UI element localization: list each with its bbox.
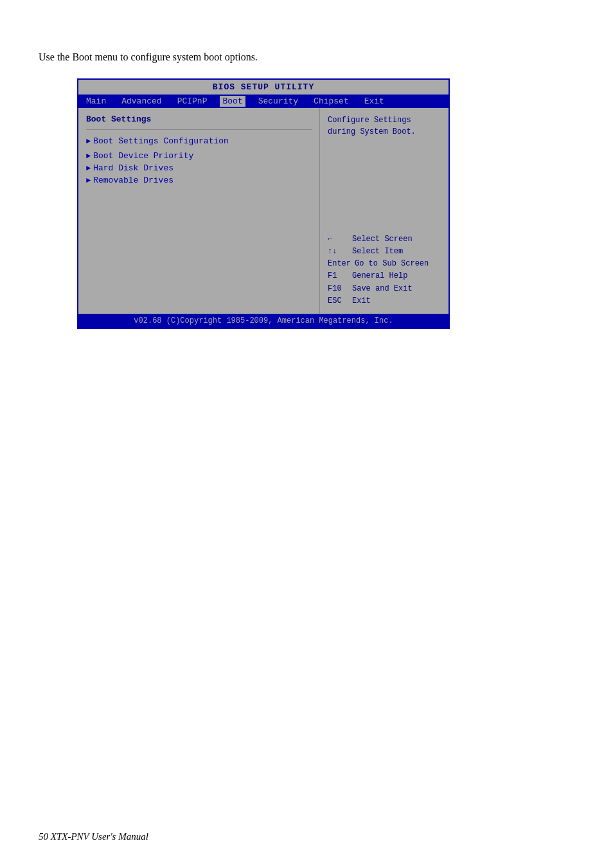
menu-item-boot[interactable]: Boot: [220, 96, 245, 107]
arrow-icon-3: ►: [86, 164, 91, 173]
key-row: F1General Help: [328, 270, 441, 282]
key-label: ↑↓: [328, 246, 348, 258]
key-description: Select Item: [352, 246, 403, 258]
boot-settings-title: Boot Settings: [86, 114, 312, 124]
bios-left-panel: Boot Settings ► Boot Settings Configurat…: [78, 108, 320, 314]
menu-item-chipset[interactable]: Chipset: [311, 96, 351, 107]
menu-item-advanced[interactable]: Advanced: [119, 96, 164, 107]
key-label: Enter: [328, 258, 351, 270]
key-description: Select Screen: [352, 233, 413, 246]
removable-drives-entry[interactable]: ► Removable Drives: [86, 176, 312, 185]
menu-item-main[interactable]: Main: [84, 96, 109, 107]
key-row: F10Save and Exit: [328, 283, 441, 295]
arrow-icon-2: ►: [86, 152, 91, 161]
removable-drives-label: Removable Drives: [93, 176, 173, 185]
bios-menu-bar[interactable]: MainAdvancedPCIPnPBootSecurityChipsetExi…: [78, 95, 449, 108]
menu-item-security[interactable]: Security: [256, 96, 301, 107]
boot-settings-configuration-label: Boot Settings Configuration: [93, 136, 229, 146]
page-footer: 50 XTX-PNV User's Manual: [39, 831, 148, 842]
bios-title-bar: BIOS SETUP UTILITY: [78, 80, 449, 95]
bios-footer: v02.68 (C)Copyright 1985-2009, American …: [78, 314, 449, 328]
bios-right-panel: Configure Settingsduring System Boot. ←S…: [320, 108, 449, 314]
bios-wrapper: BIOS SETUP UTILITY MainAdvancedPCIPnPBoo…: [77, 78, 450, 329]
key-description: Exit: [352, 295, 371, 307]
key-label: ←: [328, 233, 348, 246]
menu-item-exit[interactable]: Exit: [362, 96, 387, 107]
bios-keys: ←Select Screen↑↓Select ItemEnterGo to Su…: [328, 233, 441, 307]
menu-item-pcipnp[interactable]: PCIPnP: [175, 96, 210, 107]
boot-devices-group: ► Boot Device Priority ► Hard Disk Drive…: [86, 151, 312, 185]
boot-settings-configuration-entry[interactable]: ► Boot Settings Configuration: [86, 136, 312, 146]
bios-help-text: Configure Settingsduring System Boot.: [328, 114, 441, 138]
key-label: F1: [328, 270, 348, 282]
arrow-icon: ►: [86, 137, 91, 146]
boot-config-group: ► Boot Settings Configuration: [86, 136, 312, 146]
key-description: Go to Sub Screen: [355, 258, 429, 270]
hard-disk-drives-entry[interactable]: ► Hard Disk Drives: [86, 163, 312, 173]
key-row: ←Select Screen: [328, 233, 441, 246]
hard-disk-drives-label: Hard Disk Drives: [93, 163, 173, 173]
arrow-icon-4: ►: [86, 176, 91, 185]
key-row: EnterGo to Sub Screen: [328, 258, 441, 270]
key-label: F10: [328, 283, 348, 295]
divider: [86, 129, 312, 130]
key-description: Save and Exit: [352, 283, 413, 295]
page-container: Use the Boot menu to configure system bo…: [0, 0, 613, 368]
key-row: ESCExit: [328, 295, 441, 307]
boot-device-priority-label: Boot Device Priority: [93, 151, 193, 161]
key-row: ↑↓Select Item: [328, 246, 441, 258]
key-label: ESC: [328, 295, 348, 307]
intro-text: Use the Boot menu to configure system bo…: [39, 51, 574, 63]
boot-device-priority-entry[interactable]: ► Boot Device Priority: [86, 151, 312, 161]
bios-content: Boot Settings ► Boot Settings Configurat…: [78, 108, 449, 314]
key-description: General Help: [352, 270, 407, 282]
